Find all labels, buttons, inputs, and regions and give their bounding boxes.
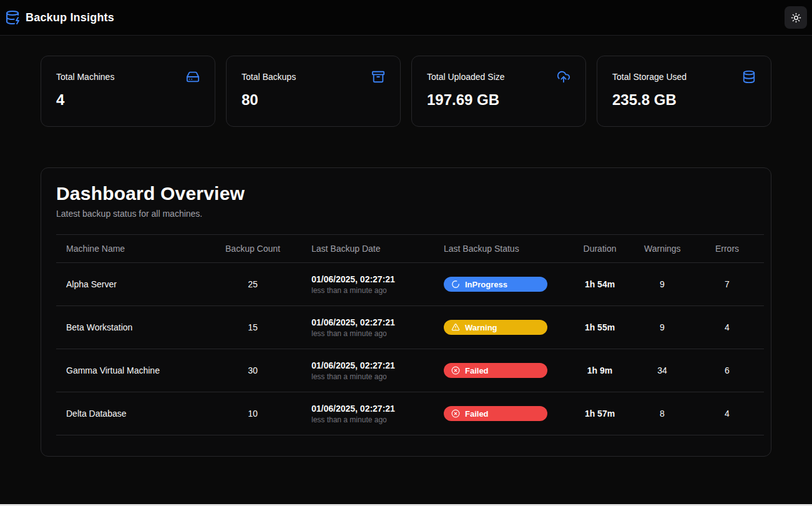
backup-count: 30 [204, 349, 301, 392]
stat-card-total-backups: Total Backups 80 [226, 56, 401, 127]
app-header: Backup Insights [0, 0, 812, 36]
last-backup-date-cell: 01/06/2025, 02:27:21 less than a minute … [301, 306, 434, 349]
status-badge: Failed [444, 363, 547, 378]
triangle-alert-icon [451, 323, 460, 332]
backup-date: 01/06/2025, 02:27:21 [311, 404, 424, 414]
machine-name: Alpha Server [56, 263, 204, 306]
col-warnings: Warnings [634, 235, 690, 263]
status-badge: Failed [444, 406, 547, 421]
backup-count: 15 [204, 306, 301, 349]
stat-value: 235.8 GB [612, 91, 756, 109]
status-label: Failed [465, 409, 489, 419]
status-badge: Warning [444, 320, 547, 335]
stat-card-total-uploaded-size: Total Uploaded Size 197.69 GB [411, 56, 586, 127]
stat-value: 80 [242, 91, 385, 109]
stat-label: Total Storage Used [612, 72, 687, 82]
col-machine-name: Machine Name [56, 235, 204, 263]
last-backup-status-cell: Failed [434, 392, 565, 435]
database-zap-icon [5, 10, 20, 25]
stat-value: 4 [56, 91, 200, 109]
archive-icon [371, 70, 385, 84]
warnings-count: 9 [634, 306, 690, 349]
table-row: Alpha Server 25 01/06/2025, 02:27:21 les… [56, 263, 764, 306]
backup-date: 01/06/2025, 02:27:21 [311, 274, 424, 284]
machine-name: Beta Workstation [56, 306, 204, 349]
stat-label: Total Uploaded Size [427, 72, 505, 82]
errors-count: 4 [690, 306, 764, 349]
status-label: Warning [465, 323, 497, 332]
last-backup-status-cell: Warning [434, 306, 565, 349]
status-badge: InProgress [444, 277, 547, 292]
stat-label: Total Backups [242, 72, 296, 82]
errors-count: 7 [690, 263, 764, 306]
last-backup-status-cell: Failed [434, 349, 565, 392]
sun-icon [791, 12, 801, 23]
last-backup-date-cell: 01/06/2025, 02:27:21 less than a minute … [301, 263, 434, 306]
backup-date: 01/06/2025, 02:27:21 [311, 360, 424, 370]
stat-card-total-storage-used: Total Storage Used 235.8 GB [597, 56, 771, 127]
backup-date-relative: less than a minute ago [311, 372, 424, 381]
warnings-count: 8 [634, 392, 690, 435]
errors-count: 6 [690, 349, 764, 392]
panel-title: Dashboard Overview [56, 183, 756, 204]
backup-count: 25 [204, 263, 301, 306]
theme-toggle-button[interactable] [785, 6, 807, 29]
cloud-upload-icon [557, 70, 570, 84]
duration: 1h 9m [565, 349, 634, 392]
col-last-backup-status: Last Backup Status [434, 235, 565, 263]
errors-count: 4 [690, 392, 764, 435]
last-backup-date-cell: 01/06/2025, 02:27:21 less than a minute … [301, 349, 434, 392]
backup-date-relative: less than a minute ago [311, 415, 424, 424]
status-label: InProgress [465, 280, 507, 289]
stat-value: 197.69 GB [427, 91, 570, 109]
backup-date: 01/06/2025, 02:27:21 [311, 317, 424, 327]
machines-table: Machine Name Backup Count Last Backup Da… [56, 234, 764, 435]
table-header: Machine Name Backup Count Last Backup Da… [56, 235, 764, 263]
duration: 1h 57m [565, 392, 634, 435]
warnings-count: 34 [634, 349, 690, 392]
backup-date-relative: less than a minute ago [311, 329, 424, 338]
stat-label: Total Machines [56, 72, 114, 82]
table-row: Delta Database 10 01/06/2025, 02:27:21 l… [56, 392, 764, 435]
col-backup-count: Backup Count [204, 235, 301, 263]
last-backup-date-cell: 01/06/2025, 02:27:21 less than a minute … [301, 392, 434, 435]
duration: 1h 54m [565, 263, 634, 306]
hard-drive-icon [186, 70, 200, 84]
duration: 1h 55m [565, 306, 634, 349]
circle-x-icon [451, 366, 460, 375]
col-duration: Duration [565, 235, 634, 263]
col-errors: Errors [690, 235, 764, 263]
table-body: Alpha Server 25 01/06/2025, 02:27:21 les… [56, 263, 764, 435]
stats-row: Total Machines 4 Total Backups 80 [41, 56, 771, 127]
status-label: Failed [465, 366, 489, 375]
backup-date-relative: less than a minute ago [311, 286, 424, 295]
stat-card-total-machines: Total Machines 4 [41, 56, 215, 127]
dashboard-overview-panel: Dashboard Overview Latest backup status … [41, 167, 771, 457]
warnings-count: 9 [634, 263, 690, 306]
database-icon [742, 70, 756, 84]
table-row: Beta Workstation 15 01/06/2025, 02:27:21… [56, 306, 764, 349]
circle-x-icon [451, 409, 460, 418]
table-row: Gamma Virtual Machine 30 01/06/2025, 02:… [56, 349, 764, 392]
backup-count: 10 [204, 392, 301, 435]
app-title: Backup Insights [26, 11, 114, 24]
brand: Backup Insights [5, 10, 114, 25]
machine-name: Delta Database [56, 392, 204, 435]
loader-icon [451, 280, 460, 289]
panel-subtitle: Latest backup status for all machines. [56, 209, 756, 219]
machine-name: Gamma Virtual Machine [56, 349, 204, 392]
last-backup-status-cell: InProgress [434, 263, 565, 306]
col-last-backup-date: Last Backup Date [301, 235, 434, 263]
